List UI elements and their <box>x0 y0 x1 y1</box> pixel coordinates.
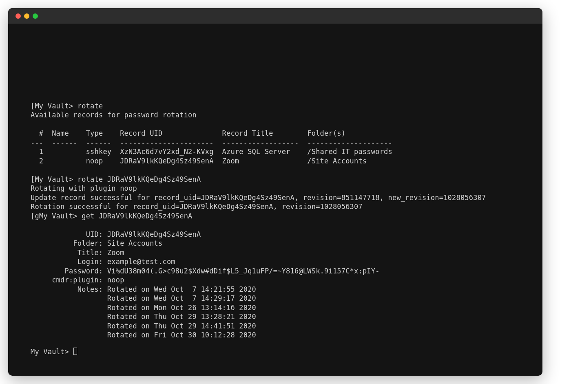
command-3: get JDRaV9lkKQeDg4Sz49SenA <box>82 212 192 220</box>
prompt-bracket-2: [ <box>31 175 35 183</box>
record-note-0: Rotated on Wed Oct 7 14:21:55 2020 <box>107 285 256 293</box>
table-divider: --- ------ ------ ----------------------… <box>31 139 392 147</box>
record-folder-value: Site Accounts <box>107 239 163 247</box>
record-notes-label: Notes: <box>31 285 107 293</box>
record-password-value: Vi%dU38m04(.G>c98u2$Xdw#dDif$L5_Jq1uFP/=… <box>107 267 380 275</box>
update-success-msg: Update record successful for record_uid=… <box>31 194 486 202</box>
record-note-1: Rotated on Wed Oct 7 14:29:17 2020 <box>107 294 256 302</box>
record-note-3: Rotated on Thu Oct 29 13:28:21 2020 <box>107 313 256 321</box>
table-header: # Name Type Record UID Record Title Fold… <box>31 129 345 137</box>
command-2: rotate JDRaV9lkKQeDg4Sz49SenA <box>77 175 201 183</box>
command-1: rotate <box>77 102 103 110</box>
prompt-4: My Vault> <box>31 348 73 356</box>
record-note-4: Rotated on Thu Oct 29 14:41:51 2020 <box>107 322 256 330</box>
record-title-value: Zoom <box>107 249 124 257</box>
record-login-label: Login: <box>31 258 107 266</box>
prompt-3: My Vault> <box>39 212 82 220</box>
terminal-content[interactable]: [My Vault> rotate Available records for … <box>8 24 542 366</box>
record-login-value: example@test.com <box>107 258 175 266</box>
available-records-msg: Available records for password rotation <box>31 111 197 119</box>
record-note-2: Rotated on Mon Oct 26 13:14:16 2020 <box>107 304 256 312</box>
record-plugin-value: noop <box>107 276 124 284</box>
titlebar <box>8 8 542 24</box>
record-folder-label: Folder: <box>31 239 107 247</box>
prompt-1: My Vault> <box>35 102 77 110</box>
rotation-success-msg: Rotation successful for record_uid=JDRaV… <box>31 203 363 211</box>
maximize-button[interactable] <box>33 13 38 19</box>
record-note-5: Rotated on Fri Oct 30 10:12:28 2020 <box>107 331 256 339</box>
record-plugin-label: cmdr:plugin: <box>31 276 107 284</box>
record-password-label: Password: <box>31 267 107 275</box>
prompt-2: My Vault> <box>35 175 77 183</box>
cursor <box>73 348 77 355</box>
record-uid-label: UID: <box>31 230 107 238</box>
prompt-bracket-3: [g <box>31 212 39 220</box>
record-uid-value: JDRaV9lkKQeDg4Sz49SenA <box>107 230 201 238</box>
table-row: 1 sshkey XzN3Ac6d7vY2xd_N2-KVxg Azure SQ… <box>31 148 392 156</box>
close-button[interactable] <box>15 13 21 19</box>
prompt-bracket-1: [ <box>31 102 35 110</box>
record-title-label: Title: <box>31 249 107 257</box>
table-row: 2 noop JDRaV9lkKQeDg4Sz49SenA Zoom /Site… <box>31 157 367 165</box>
terminal-window: [My Vault> rotate Available records for … <box>8 8 542 376</box>
minimize-button[interactable] <box>24 13 29 19</box>
rotating-msg: Rotating with plugin noop <box>31 184 137 192</box>
